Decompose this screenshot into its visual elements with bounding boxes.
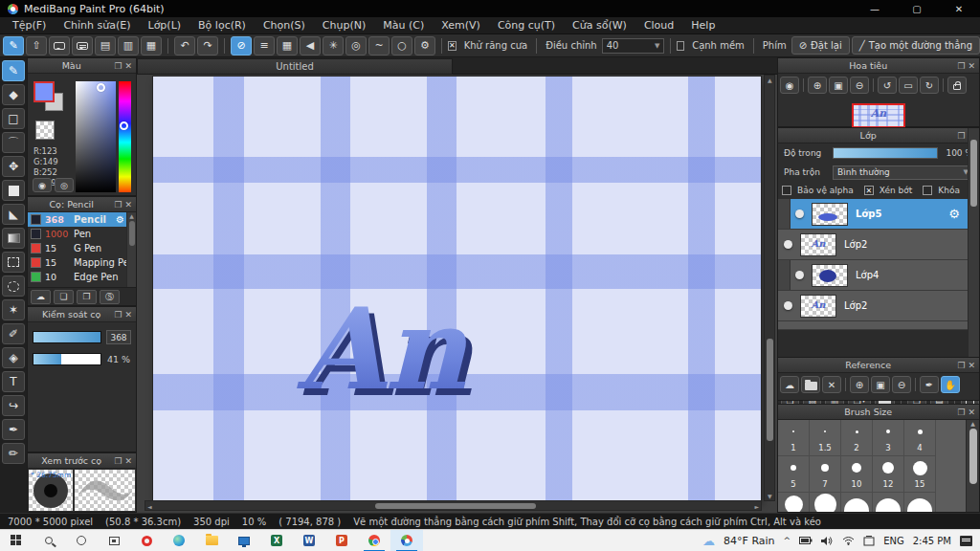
straight-line-button[interactable]: ╱ Tạo một đường thẳng <box>852 36 980 55</box>
tool-shape-brush[interactable]: □ <box>2 108 25 129</box>
zoom-out-button[interactable]: ⊖ <box>850 77 869 94</box>
snap-radial-button[interactable]: ✳ <box>323 36 344 55</box>
blend-dropdown[interactable]: Bình thường ▼ <box>833 165 973 180</box>
document-settings-button[interactable]: ▥ <box>118 36 139 55</box>
search-button[interactable] <box>33 530 65 551</box>
taskbar-opera[interactable] <box>130 530 163 551</box>
sv-cursor[interactable] <box>97 83 105 92</box>
brush-size-cell[interactable]: 25 <box>810 493 841 512</box>
canvas-document[interactable]: An An <box>153 77 761 501</box>
brush-size-cell[interactable]: 12 <box>873 456 904 493</box>
reset-button[interactable]: ⊘ Đặt lại <box>791 36 850 55</box>
canvas-horizontal-scrollbar[interactable]: ◄ ► <box>145 500 762 511</box>
menu-help[interactable]: Help <box>682 17 724 34</box>
tool-bucket[interactable]: ◣ <box>2 204 25 225</box>
brush-size-cell[interactable]: 7 <box>810 456 841 493</box>
menu-view[interactable]: Xem(V) <box>433 17 489 34</box>
snap-concentric-button[interactable]: ◎ <box>345 36 367 55</box>
snap-vanishing-button[interactable]: ◀ <box>300 36 321 55</box>
close-icon[interactable]: ✕ <box>124 310 132 320</box>
ref-clear-button[interactable]: ✕ <box>822 376 841 393</box>
ref-zoom-out-button[interactable]: ⊖ <box>892 376 911 393</box>
close-icon[interactable]: ✕ <box>968 361 975 370</box>
popout-icon[interactable]: ❐ <box>957 408 965 417</box>
layer-visible-icon[interactable] <box>784 301 792 310</box>
brush-list-scrollbar[interactable]: ▲ <box>126 212 136 287</box>
layer-visible-icon[interactable] <box>795 271 804 279</box>
brush-size-cell[interactable]: 1.5 <box>810 420 841 456</box>
adjust-dropdown[interactable]: 40 ▼ <box>602 38 665 54</box>
zoom-actual-button[interactable]: ◉ <box>780 77 799 94</box>
scroll-thumb[interactable] <box>129 221 135 246</box>
cloud-brush-button[interactable]: ☁ <box>31 290 51 304</box>
brush-size-cell[interactable]: 3 <box>873 420 904 456</box>
menu-edit[interactable]: Chỉnh sửa(E) <box>55 17 139 34</box>
popout-icon[interactable]: ❐ <box>957 361 965 370</box>
weather-text[interactable]: 84°F Rain <box>724 535 775 547</box>
popout-icon[interactable]: ❐ <box>114 310 122 320</box>
opacity-slider[interactable] <box>833 147 938 159</box>
rotate-cw-button[interactable]: ↻ <box>920 77 939 94</box>
snap-settings-button[interactable]: ⚙ <box>414 36 435 55</box>
layer-visible-icon[interactable] <box>784 240 792 249</box>
gear-icon[interactable]: ⚙ <box>116 214 124 225</box>
ref-eyedropper-button[interactable]: ✒ <box>920 376 939 393</box>
canvas-vertical-scrollbar[interactable]: ▲ ▼ <box>764 75 775 501</box>
brush-size-slider[interactable] <box>33 331 101 343</box>
publish-button[interactable]: ⇧ <box>26 36 47 55</box>
clipping-checkbox[interactable]: ✕ <box>864 186 874 195</box>
brush-size-cell[interactable]: 5 <box>778 456 810 493</box>
scroll-thumb[interactable] <box>969 429 977 484</box>
add-brush-button[interactable]: ❏ <box>54 290 74 304</box>
tool-fill-rect[interactable] <box>2 180 25 201</box>
layer-row-partial[interactable] <box>778 321 968 330</box>
minimize-button[interactable]: — <box>854 0 896 17</box>
fit-screen-button[interactable]: ▣ <box>829 77 848 94</box>
snap-off-button[interactable]: ⊘ <box>231 36 252 55</box>
brush-size-cell[interactable]: 10 <box>841 456 873 493</box>
grid-settings-button[interactable]: ▦ <box>141 36 162 55</box>
tool-move[interactable]: ✥ <box>2 156 25 177</box>
taskbar-word[interactable]: W <box>293 530 325 551</box>
tool-control-point[interactable]: ⌒ <box>2 132 25 153</box>
hue-cursor[interactable] <box>120 121 128 130</box>
brush-size-cell[interactable]: 4 <box>904 420 936 456</box>
popout-icon[interactable]: ❐ <box>957 131 965 141</box>
pen-tablet-icon[interactable] <box>863 536 875 546</box>
speaker-icon[interactable] <box>821 536 834 546</box>
tray-expand-chevron[interactable]: ^ <box>784 536 791 545</box>
menu-select[interactable]: Chọn(S) <box>255 17 314 34</box>
redo-button[interactable]: ↷ <box>197 36 218 55</box>
language-indicator[interactable]: ENG <box>883 536 904 546</box>
clock[interactable]: 2:45 PM <box>913 536 951 546</box>
save-cloud-button[interactable]: ✎ <box>3 36 24 55</box>
taskbar-edge[interactable] <box>163 530 195 551</box>
snap-ellipse-button[interactable]: ○ <box>391 36 412 55</box>
brush-size-cell[interactable]: 1 <box>778 420 810 456</box>
vertical-scroll-thumb[interactable] <box>767 339 773 441</box>
soft-edge-checkbox[interactable] <box>677 41 684 51</box>
taskbar-powerpoint[interactable]: P <box>325 530 358 551</box>
brush-row-mapping[interactable]: 15 Mapping Pe <box>28 255 126 270</box>
snap-grid-button[interactable]: ▦ <box>277 36 298 55</box>
close-icon[interactable]: ✕ <box>124 456 132 466</box>
start-button[interactable] <box>0 530 33 551</box>
tool-magic-wand[interactable]: ✶ <box>2 299 25 320</box>
brush-row-pen[interactable]: 1000 Pen <box>28 227 126 241</box>
zoom-in-button[interactable]: ⊕ <box>808 77 827 94</box>
tool-eraser[interactable]: ◆ <box>2 84 25 105</box>
layer-row-lop4[interactable]: Lớp4 <box>778 260 968 291</box>
brush-size-cell[interactable]: 2 <box>841 420 873 456</box>
popout-icon[interactable]: ❐ <box>957 61 965 71</box>
menu-tools[interactable]: Công cụ(T) <box>489 17 564 34</box>
tool-eyedropper[interactable]: ✒ <box>2 419 25 440</box>
brush-row-edge[interactable]: 10 Edge Pen <box>28 270 126 284</box>
tool-div[interactable]: ✏ <box>2 443 25 464</box>
menu-window[interactable]: Cửa sổ(W) <box>564 17 635 34</box>
close-icon[interactable]: ✕ <box>968 408 975 417</box>
snap-parallel-button[interactable]: ≡ <box>254 36 275 55</box>
brush-row-pencil[interactable]: 368 Pencil ⚙ <box>28 212 126 227</box>
tool-operation[interactable]: ↪ <box>2 395 25 416</box>
brush-size-cell[interactable] <box>873 493 904 512</box>
anti-alias-checkbox[interactable]: ✕ <box>448 41 457 51</box>
